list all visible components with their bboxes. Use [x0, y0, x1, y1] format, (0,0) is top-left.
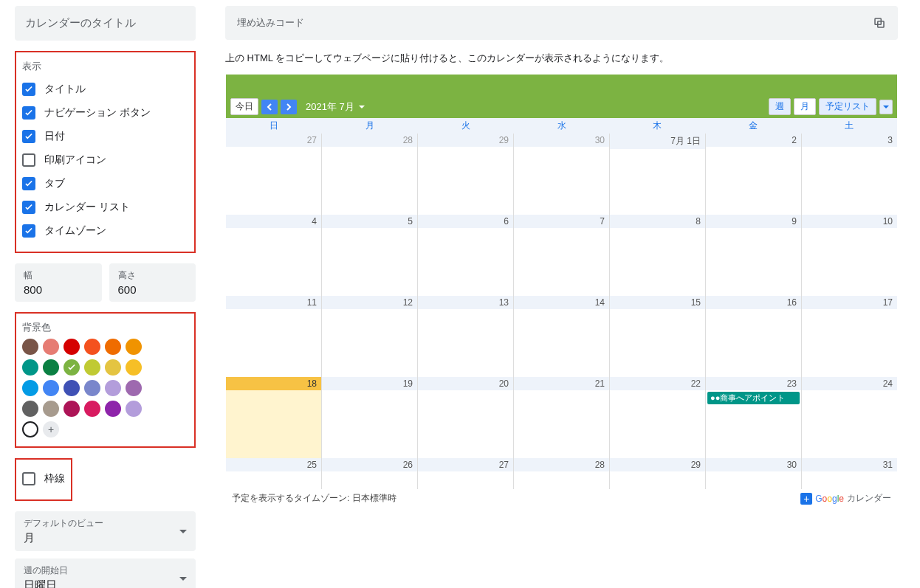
color-swatch[interactable]	[43, 380, 59, 396]
calendar-day[interactable]: 16	[706, 296, 802, 377]
chevron-down-icon[interactable]	[359, 106, 365, 108]
color-swatch[interactable]	[126, 359, 142, 376]
color-swatch[interactable]	[84, 359, 100, 376]
border-checkbox[interactable]	[22, 472, 35, 485]
today-button[interactable]: 今日	[230, 98, 258, 115]
color-swatch[interactable]	[22, 401, 38, 417]
calendar-day[interactable]: 11	[226, 296, 322, 377]
calendar-day[interactable]: 9	[706, 215, 802, 296]
prev-button[interactable]	[261, 100, 278, 114]
checkbox[interactable]	[22, 83, 35, 96]
color-swatch[interactable]	[84, 401, 100, 417]
border-checkbox-row[interactable]: 枠線	[22, 467, 65, 491]
embed-code-field[interactable]: 埋め込みコード	[225, 6, 898, 40]
calendar-day[interactable]: 14	[514, 296, 610, 377]
color-swatch[interactable]	[105, 359, 121, 376]
calendar-day[interactable]: 31	[802, 458, 897, 489]
tab-month[interactable]: 月	[794, 98, 816, 115]
add-color-button[interactable]: +	[43, 421, 59, 437]
checkbox[interactable]	[22, 106, 35, 120]
calendar-day[interactable]: 18	[226, 377, 322, 458]
color-swatch[interactable]	[105, 401, 121, 417]
default-view-select[interactable]: デフォルトのビュー 月	[15, 511, 196, 551]
calendar-day[interactable]: 30	[514, 134, 610, 215]
embed-hint: 上の HTML をコピーしてウェブページに貼り付けると、このカレンダーが表示され…	[225, 52, 898, 65]
display-option-4[interactable]: タブ	[22, 172, 188, 196]
color-swatch[interactable]	[84, 380, 100, 396]
calendar-day[interactable]: 15	[610, 296, 706, 377]
color-swatch[interactable]	[43, 359, 59, 376]
calendar-day[interactable]: 10	[802, 215, 897, 296]
calendar-day[interactable]: 29	[610, 458, 706, 489]
calendar-day[interactable]: 28	[514, 458, 610, 489]
calendar-day[interactable]: 8	[610, 215, 706, 296]
color-swatch[interactable]	[84, 339, 100, 355]
calendar-day[interactable]: 30	[706, 458, 802, 489]
calendar-day[interactable]: 13	[418, 296, 514, 377]
checkbox[interactable]	[22, 177, 35, 190]
color-swatch[interactable]	[63, 401, 80, 417]
calendar-day[interactable]: 20	[418, 377, 514, 458]
calendar-title-field[interactable]: カレンダーのタイトル	[15, 6, 196, 41]
calendar-day[interactable]: 25	[226, 458, 322, 489]
calendar-day[interactable]: 3	[802, 134, 897, 215]
color-swatch-none[interactable]	[22, 421, 38, 437]
calendar-day[interactable]: 24	[802, 377, 897, 458]
calendar-day[interactable]: 27	[226, 134, 322, 215]
color-swatch[interactable]	[126, 380, 142, 396]
display-option-5[interactable]: カレンダー リスト	[22, 196, 188, 219]
color-swatch[interactable]	[43, 339, 59, 355]
calendar-day[interactable]: 21	[514, 377, 610, 458]
color-swatch[interactable]	[105, 339, 121, 355]
calendar-day[interactable]: 28	[322, 134, 418, 215]
color-swatch[interactable]	[105, 380, 121, 396]
color-swatch[interactable]	[63, 380, 80, 396]
view-menu-button[interactable]	[879, 100, 893, 114]
display-option-6[interactable]: タイムゾーン	[22, 219, 188, 243]
calendar-day[interactable]: 19	[322, 377, 418, 458]
calendar-day[interactable]: 26	[322, 458, 418, 489]
display-option-0[interactable]: タイトル	[22, 77, 188, 101]
color-swatch[interactable]	[43, 401, 59, 417]
calendar-day[interactable]: 22	[610, 377, 706, 458]
calendar-day[interactable]: 27	[418, 458, 514, 489]
copy-icon[interactable]	[873, 16, 886, 30]
day-number: 7月 1日	[610, 134, 705, 149]
calendar-day[interactable]: 7	[514, 215, 610, 296]
day-number: 30	[706, 458, 801, 471]
event[interactable]: ●●商事へアポイント	[707, 392, 800, 404]
week-start-select[interactable]: 週の開始日 日曜日	[15, 558, 196, 588]
display-option-3[interactable]: 印刷アイコン	[22, 148, 188, 172]
height-field[interactable]: 高さ 600	[109, 263, 196, 302]
day-number: 8	[610, 215, 705, 228]
dow-header: 火	[418, 118, 514, 134]
width-field[interactable]: 幅 800	[15, 263, 102, 302]
calendar-day[interactable]: 29	[418, 134, 514, 215]
color-swatch[interactable]	[63, 359, 80, 376]
calendar-day[interactable]: 4	[226, 215, 322, 296]
display-option-2[interactable]: 日付	[22, 125, 188, 148]
color-swatch[interactable]	[63, 339, 80, 355]
color-swatch[interactable]	[126, 339, 142, 355]
calendar-day[interactable]: 23●●商事へアポイント	[706, 377, 802, 458]
color-swatch[interactable]	[22, 339, 38, 355]
checkbox[interactable]	[22, 130, 35, 143]
calendar-day[interactable]: 17	[802, 296, 897, 377]
calendar-day[interactable]: 5	[322, 215, 418, 296]
next-button[interactable]	[281, 100, 297, 114]
calendar-day[interactable]: 7月 1日	[610, 134, 706, 215]
calendar-day[interactable]: 2	[706, 134, 802, 215]
tab-agenda[interactable]: 予定リスト	[819, 98, 876, 115]
calendar-day[interactable]: 6	[418, 215, 514, 296]
google-calendar-link[interactable]: + Google カレンダー	[800, 492, 891, 505]
tab-week[interactable]: 週	[769, 98, 791, 115]
color-swatch[interactable]	[22, 380, 38, 396]
display-option-1[interactable]: ナビゲーション ボタン	[22, 101, 188, 125]
calendar-day[interactable]: 12	[322, 296, 418, 377]
color-swatch[interactable]	[22, 359, 38, 376]
checkbox[interactable]	[22, 224, 35, 238]
checkbox[interactable]	[22, 153, 35, 167]
checkbox[interactable]	[22, 201, 35, 214]
day-number: 19	[322, 377, 417, 390]
color-swatch[interactable]	[126, 401, 142, 417]
